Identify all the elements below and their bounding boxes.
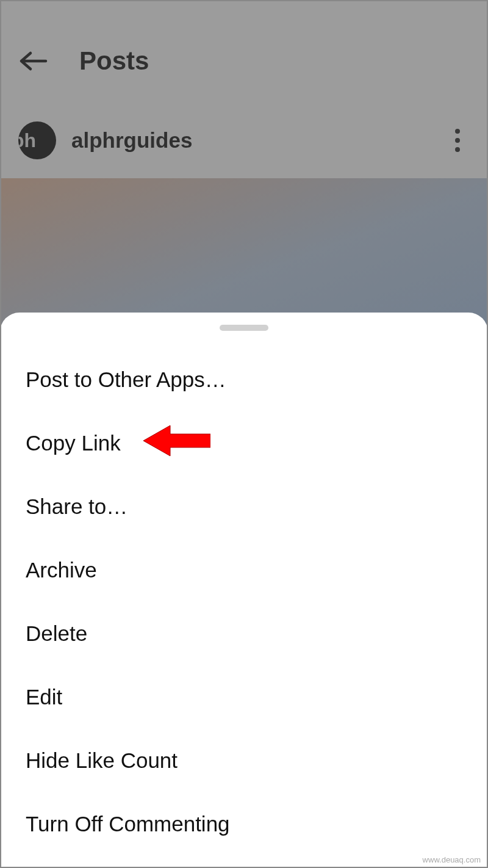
menu-item-label: Share to… [26,494,127,519]
watermark: www.deuaq.com [423,855,481,864]
svg-marker-0 [143,425,210,456]
menu-item-label: Post to Other Apps… [26,367,226,392]
bottom-sheet: Post to Other Apps… Copy Link Share to… … [0,313,488,868]
menu-item-turn-off-commenting[interactable]: Turn Off Commenting [0,792,488,856]
menu-item-label: Hide Like Count [26,748,178,773]
menu-item-archive[interactable]: Archive [0,538,488,602]
annotation-arrow-icon [143,421,210,466]
menu-item-hide-like-count[interactable]: Hide Like Count [0,729,488,792]
menu-item-label: Copy Link [26,431,121,455]
menu-item-post-to-other-apps[interactable]: Post to Other Apps… [0,348,488,411]
menu-item-edit[interactable]: Edit [0,665,488,729]
menu-item-label: Delete [26,621,87,646]
menu-item-share-to[interactable]: Share to… [0,475,488,538]
menu-item-label: Edit [26,685,62,709]
drag-handle[interactable] [220,325,268,331]
menu-item-delete[interactable]: Delete [0,602,488,665]
menu-item-label: Archive [26,558,97,582]
menu-item-label: Turn Off Commenting [26,812,230,836]
menu-item-copy-link[interactable]: Copy Link [0,411,488,475]
